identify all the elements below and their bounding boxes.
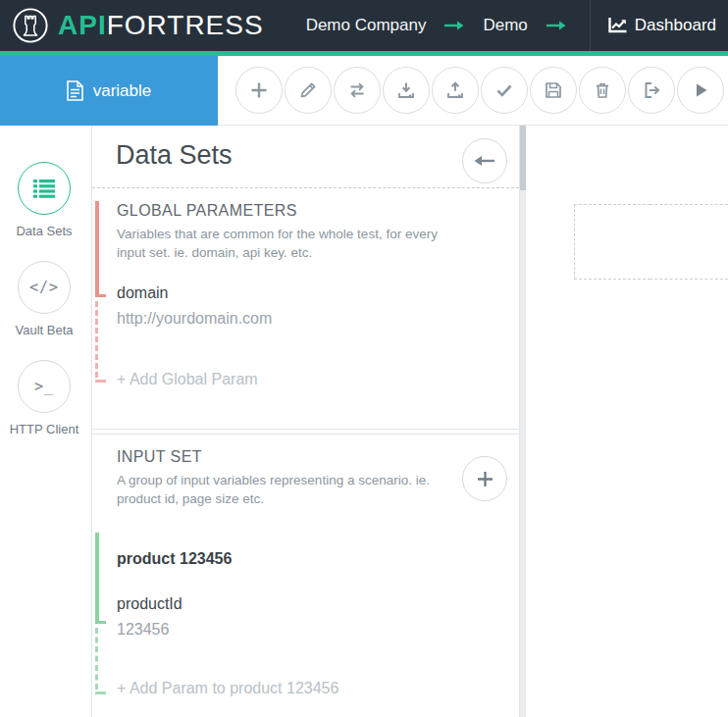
code-icon: </> — [29, 279, 59, 296]
terminal-icon: >_ — [34, 378, 54, 395]
page-title: Data Sets — [116, 140, 233, 171]
chart-line-icon — [608, 18, 627, 33]
global-parameters-description: Variables that are common for the whole … — [117, 226, 462, 263]
param-name: productId — [117, 595, 519, 613]
check-icon — [494, 80, 514, 100]
download-icon — [396, 80, 416, 100]
input-set-accent-dashed — [95, 628, 98, 690]
transfer-button[interactable] — [334, 67, 381, 114]
export-button[interactable] — [628, 67, 675, 114]
arrow-right-icon — [444, 20, 464, 31]
param-value: http://yourdomain.com — [117, 310, 519, 328]
global-accent-foot — [95, 294, 106, 297]
arrow-right-icon — [546, 20, 566, 31]
play-icon — [691, 80, 710, 100]
sidebar-item-data-sets[interactable]: Data Sets — [16, 162, 72, 238]
save-button[interactable] — [530, 67, 577, 114]
param-value: 123456 — [117, 621, 519, 639]
vault-circle: </> — [18, 261, 71, 314]
toolbar: variable — [0, 56, 728, 126]
confirm-button[interactable] — [481, 67, 528, 114]
add-global-param-link[interactable]: + Add Global Param — [117, 371, 519, 388]
breadcrumb-project[interactable]: Demo — [483, 16, 527, 35]
test-canvas — [526, 126, 728, 717]
trash-icon — [593, 80, 612, 100]
http-client-circle: >_ — [18, 360, 71, 413]
fortress-logo-icon — [12, 7, 49, 44]
drop-zone[interactable] — [574, 204, 650, 280]
sidebar-item-label: HTTP Client — [10, 422, 79, 436]
input-set-heading: INPUT SET — [117, 448, 519, 466]
drop-zone[interactable] — [650, 204, 728, 280]
panel-header: Data Sets — [92, 126, 519, 188]
global-accent-foot — [95, 380, 106, 383]
input-set-accent-bar — [95, 533, 99, 621]
input-set-accent-foot — [95, 691, 106, 694]
input-set-card: INPUT SET A group of input variables rep… — [92, 435, 519, 717]
document-icon — [67, 80, 83, 101]
edit-button[interactable] — [285, 67, 332, 114]
floppy-icon — [544, 80, 563, 100]
global-accent-dashed — [95, 301, 98, 378]
app-header: APIFORTRESS Demo Company Demo Dashboard — [0, 0, 728, 51]
file-tab-label: variable — [93, 81, 152, 101]
delete-button[interactable] — [579, 67, 626, 114]
global-parameters-heading: GLOBAL PARAMETERS — [117, 202, 519, 220]
download-button[interactable] — [383, 67, 430, 114]
plus-icon — [249, 80, 269, 100]
collapse-panel-button[interactable] — [462, 138, 507, 183]
run-button[interactable] — [677, 67, 724, 114]
add-input-set-button[interactable] — [462, 456, 507, 501]
brand-api: API — [58, 10, 107, 40]
param-row[interactable]: productId 123456 — [117, 595, 519, 639]
sidebar-item-vault[interactable]: </> Vault Beta — [15, 261, 73, 337]
data-sets-circle — [18, 162, 71, 215]
dashboard-label: Dashboard — [635, 16, 716, 35]
brand-wordmark: APIFORTRESS — [58, 12, 264, 39]
brand-logo[interactable]: APIFORTRESS — [12, 7, 264, 44]
list-icon — [33, 179, 55, 198]
input-set-name[interactable]: product 123456 — [117, 550, 519, 568]
arrow-left-icon — [474, 154, 495, 168]
side-rail: Data Sets </> Vault Beta >_ HTTP Client — [0, 126, 88, 717]
sidebar-item-http-client[interactable]: >_ HTTP Client — [10, 360, 79, 436]
pencil-icon — [298, 80, 318, 100]
sidebar-item-label: Data Sets — [16, 224, 72, 238]
plus-icon — [477, 471, 494, 487]
brand-fortress: FORTRESS — [107, 10, 264, 40]
breadcrumb: Demo Company Demo — [306, 16, 566, 35]
param-name: domain — [117, 284, 519, 302]
file-tab-variable[interactable]: variable — [0, 56, 218, 126]
param-row[interactable]: domain http://yourdomain.com — [117, 284, 519, 328]
sign-out-icon — [642, 80, 661, 100]
toolbar-buttons — [235, 67, 724, 114]
global-parameters-card: GLOBAL PARAMETERS Variables that are com… — [92, 188, 519, 429]
sidebar-item-label: Vault Beta — [15, 323, 73, 337]
upload-icon — [445, 80, 465, 100]
data-sets-panel: Data Sets GLOBAL PARAMETERS Variables th… — [91, 126, 520, 717]
global-accent-bar — [95, 201, 99, 294]
breadcrumb-company[interactable]: Demo Company — [306, 16, 427, 35]
input-set-accent-foot — [95, 621, 106, 624]
swap-arrows-icon — [347, 80, 367, 100]
dashboard-link[interactable]: Dashboard — [591, 16, 728, 35]
add-param-to-set-link[interactable]: + Add Param to product 123456 — [117, 680, 519, 697]
input-set-description: A group of input variables representing … — [117, 472, 462, 509]
upload-button[interactable] — [432, 67, 479, 114]
add-button[interactable] — [235, 67, 283, 114]
